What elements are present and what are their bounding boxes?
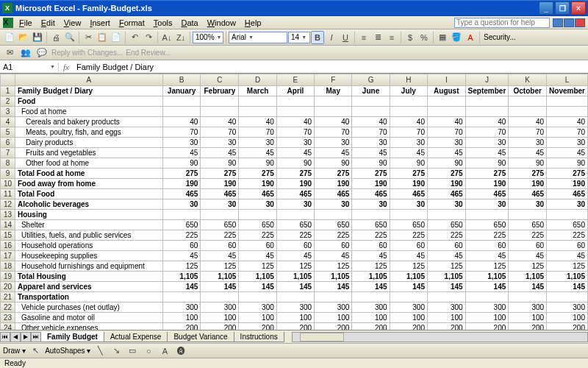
cell-H6[interactable]: 30 (390, 138, 427, 148)
cell-H15[interactable]: 225 (390, 230, 427, 241)
percent-button[interactable]: % (417, 31, 431, 44)
formula-input[interactable]: Family Budget / Diary (74, 63, 588, 71)
cell-I5[interactable]: 70 (427, 127, 465, 138)
cell-K10[interactable]: 190 (509, 179, 547, 189)
cell-A14[interactable]: Shelter (15, 220, 162, 230)
cell-A24[interactable]: Other vehicle expenses (15, 323, 162, 330)
cell-L22[interactable]: 300 (547, 302, 588, 313)
align-left-button[interactable]: ≡ (357, 31, 370, 44)
cell-L17[interactable]: 45 (547, 251, 588, 261)
cell-G16[interactable]: 60 (352, 241, 390, 251)
cell-D4[interactable]: 40 (239, 117, 276, 127)
cell-J2[interactable] (465, 96, 509, 107)
cell-J21[interactable] (465, 292, 509, 302)
cell-E12[interactable]: 30 (276, 199, 314, 210)
wordart-icon[interactable]: 🅐 (174, 344, 187, 358)
row-header-10[interactable]: 10 (1, 179, 15, 189)
cell-D14[interactable]: 650 (239, 220, 276, 230)
cell-C21[interactable] (201, 292, 239, 302)
cell-H23[interactable]: 100 (390, 313, 427, 323)
cell-B1[interactable]: January (162, 86, 201, 96)
cell-L23[interactable]: 100 (547, 313, 588, 323)
cell-G1[interactable]: June (352, 86, 390, 96)
cell-C11[interactable]: 465 (201, 189, 239, 199)
cell-I17[interactable]: 45 (427, 251, 465, 261)
zoom-combo[interactable]: 100%▼ (193, 32, 223, 43)
fontcolor-button[interactable]: A (464, 31, 477, 44)
cell-E14[interactable]: 650 (276, 220, 314, 230)
cell-E2[interactable] (276, 96, 314, 107)
cell-J12[interactable]: 30 (465, 199, 509, 210)
cell-B6[interactable]: 30 (162, 138, 201, 148)
cell-E18[interactable]: 125 (276, 261, 314, 272)
cell-D19[interactable]: 1,105 (239, 272, 276, 282)
row-header-11[interactable]: 11 (1, 189, 15, 199)
cell-I15[interactable]: 225 (427, 230, 465, 241)
cell-K17[interactable]: 45 (509, 251, 547, 261)
cell-L7[interactable]: 45 (547, 148, 588, 158)
close-button[interactable]: × (571, 1, 586, 15)
cell-C13[interactable] (201, 210, 239, 220)
name-box[interactable]: A1▼ (0, 63, 59, 71)
row-header-24[interactable]: 24 (1, 323, 15, 330)
cell-C10[interactable]: 190 (201, 179, 239, 189)
cell-C3[interactable] (201, 107, 239, 117)
menu-edit[interactable]: Edit (37, 17, 60, 29)
open-button[interactable]: 📂 (17, 31, 30, 44)
cell-E20[interactable]: 145 (276, 282, 314, 292)
cell-K19[interactable]: 1,105 (509, 272, 547, 282)
col-header-C[interactable]: C (201, 74, 239, 86)
cell-H19[interactable]: 1,105 (390, 272, 427, 282)
cell-F18[interactable]: 125 (315, 261, 352, 272)
cell-I19[interactable]: 1,105 (427, 272, 465, 282)
cell-L4[interactable]: 40 (547, 117, 588, 127)
cell-E11[interactable]: 465 (276, 189, 314, 199)
cell-L15[interactable]: 225 (547, 230, 588, 241)
doc-close[interactable] (575, 18, 585, 27)
cell-K20[interactable]: 145 (509, 282, 547, 292)
cell-D24[interactable]: 200 (239, 323, 276, 330)
cell-F23[interactable]: 100 (315, 313, 352, 323)
tab-prev[interactable]: ◀ (10, 332, 21, 342)
cell-E7[interactable]: 45 (276, 148, 314, 158)
cell-L12[interactable]: 30 (547, 199, 588, 210)
line-icon[interactable]: ╲ (93, 344, 107, 358)
cell-B4[interactable]: 40 (162, 117, 201, 127)
currency-button[interactable]: $ (404, 31, 417, 44)
cell-F7[interactable]: 45 (315, 148, 352, 158)
bold-button[interactable]: B (311, 31, 324, 44)
cell-J4[interactable]: 40 (465, 117, 509, 127)
cut-button[interactable]: ✂ (82, 31, 95, 44)
cell-H9[interactable]: 275 (390, 169, 427, 179)
copy-button[interactable]: 📋 (96, 31, 109, 44)
cell-E21[interactable] (276, 292, 314, 302)
cell-I23[interactable]: 100 (427, 313, 465, 323)
cell-G17[interactable]: 45 (352, 251, 390, 261)
cell-D5[interactable]: 70 (239, 127, 276, 138)
cell-A7[interactable]: Fruits and vegetables (15, 148, 162, 158)
cell-H24[interactable]: 200 (390, 323, 427, 330)
cell-G8[interactable]: 90 (352, 158, 390, 169)
cell-F8[interactable]: 90 (315, 158, 352, 169)
cell-C7[interactable]: 45 (201, 148, 239, 158)
undo-button[interactable]: ↶ (128, 31, 141, 44)
underline-button[interactable]: U (339, 31, 352, 44)
cell-A17[interactable]: Housekeeping supplies (15, 251, 162, 261)
col-header-A[interactable]: A (15, 74, 162, 86)
sort-desc-button[interactable]: Z↓ (174, 31, 187, 44)
align-center-button[interactable]: ≣ (371, 31, 384, 44)
col-header-K[interactable]: K (509, 74, 547, 86)
cell-H3[interactable] (390, 107, 427, 117)
cell-B7[interactable]: 45 (162, 148, 201, 158)
cell-E1[interactable]: April (276, 86, 314, 96)
cell-I22[interactable]: 300 (427, 302, 465, 313)
menu-file[interactable]: File (15, 17, 37, 29)
cell-E16[interactable]: 60 (276, 241, 314, 251)
cell-G15[interactable]: 225 (352, 230, 390, 241)
cell-G22[interactable]: 300 (352, 302, 390, 313)
cell-G21[interactable] (352, 292, 390, 302)
cell-G12[interactable]: 30 (352, 199, 390, 210)
cell-B23[interactable]: 100 (162, 313, 201, 323)
cell-L18[interactable]: 125 (547, 261, 588, 272)
cell-G18[interactable]: 125 (352, 261, 390, 272)
